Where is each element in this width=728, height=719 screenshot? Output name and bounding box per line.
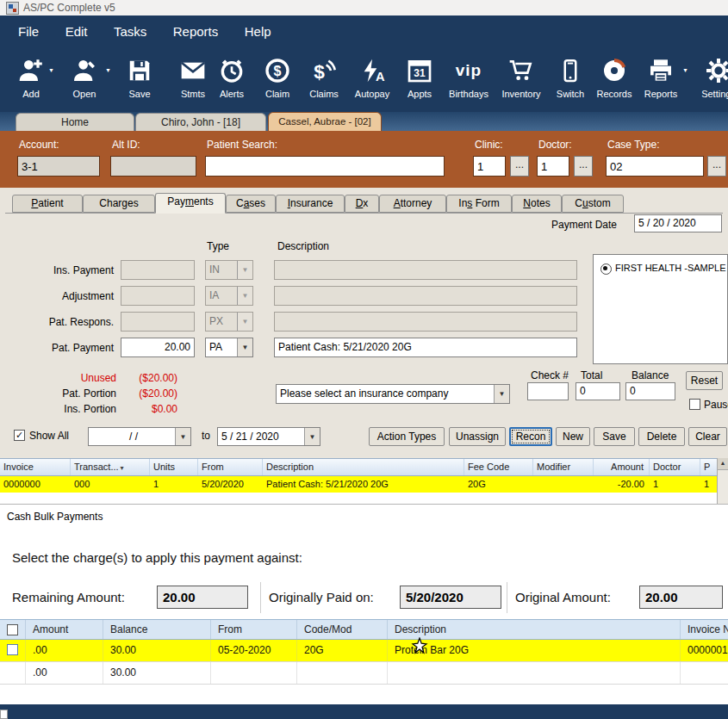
toolbar-button-switch[interactable]: Switch [551, 53, 589, 108]
charge-row[interactable]: .00 30.00 [0, 662, 728, 685]
pat-payment-description-input[interactable]: Patient Cash: 5/21/2020 20G [274, 338, 577, 357]
doctor-browse-button[interactable]: ... [574, 156, 593, 177]
insurance-company-select[interactable]: Please select an insurance company▼ [276, 384, 510, 404]
pat-payment-type-select[interactable]: PA▼ [205, 338, 253, 357]
tab-charges[interactable]: Charges [83, 195, 155, 213]
tab-dx[interactable]: Dx [345, 195, 379, 213]
cell-description: Protein Bar 20G [388, 640, 681, 661]
check-number-input[interactable] [527, 382, 569, 400]
tab-payments[interactable]: Payments [155, 193, 226, 214]
col-description[interactable]: Description [388, 620, 681, 639]
toolbar-button-appts[interactable]: 31 Appts [401, 53, 438, 108]
toolbar-button-add[interactable]: ▼ Add [14, 53, 48, 108]
doctor-input[interactable]: 1 [537, 156, 569, 177]
recon-button[interactable]: Recon [509, 427, 552, 446]
new-button[interactable]: New [556, 427, 590, 446]
reports-dropdown-arrow-icon[interactable]: ▼ [682, 67, 688, 73]
col-units[interactable]: Units [150, 459, 198, 475]
case-type-browse-button[interactable]: ... [707, 156, 726, 177]
balance-input[interactable]: 0 [625, 382, 675, 400]
tab-patient-chiro-john[interactable]: Chiro, John - [18] [135, 113, 266, 131]
add-dropdown-arrow-icon[interactable]: ▼ [48, 67, 54, 73]
insurance-radio[interactable] [600, 263, 612, 275]
menu-file[interactable]: File [7, 15, 50, 48]
open-dropdown-arrow-icon[interactable]: ▼ [105, 67, 111, 73]
clinic-browse-button[interactable]: ... [510, 156, 529, 177]
toolbar-button-settings[interactable]: Settings [694, 53, 728, 108]
autopay-lightning-icon: A [350, 53, 395, 88]
app-icon [6, 2, 19, 15]
col-balance[interactable]: Balance [103, 620, 211, 639]
tab-notes[interactable]: Notes [512, 195, 562, 213]
payment-date-input[interactable]: 5 / 20 / 2020 [634, 214, 722, 232]
bottom-bar [0, 704, 728, 719]
charge-row-checkbox[interactable] [7, 644, 18, 655]
col-from[interactable]: From [211, 620, 297, 639]
tab-home[interactable]: Home [16, 113, 134, 131]
tab-patient-cassel-aubrae[interactable]: Cassel, Aubrae - [02] [268, 112, 382, 131]
menu-edit[interactable]: Edit [54, 15, 99, 48]
patient-search-input[interactable] [205, 156, 445, 177]
col-description[interactable]: Description [263, 459, 464, 475]
col-from[interactable]: From [198, 459, 263, 475]
toolbar-button-save[interactable]: Save [121, 53, 159, 108]
originally-paid-on-label: Originally Paid on: [269, 590, 374, 604]
menu-reports[interactable]: Reports [162, 15, 230, 48]
cell-invoice: 0000000 [0, 476, 71, 493]
toolbar-label-reports: Reports [639, 89, 682, 99]
toolbar-button-open[interactable]: ▼ Open [64, 53, 105, 108]
col-amount[interactable]: Amount [594, 459, 650, 475]
unassign-button[interactable]: Unassign [449, 427, 506, 446]
tab-patient[interactable]: Patient [12, 195, 83, 213]
toolbar-button-birthdays[interactable]: vip Birthdays [443, 53, 495, 108]
tab-insurance[interactable]: Insurance [276, 195, 345, 213]
col-code-mod[interactable]: Code/Mod [297, 620, 388, 639]
col-transact[interactable]: Transact...▾ [71, 459, 150, 475]
case-type-input[interactable]: 02 [606, 156, 704, 177]
original-amount-value: 20.00 [639, 586, 723, 609]
col-invoice-number[interactable]: Invoice Number [681, 620, 728, 639]
transaction-row-selected[interactable]: 0000000 000 1 5/20/2020 Patient Cash: 5/… [0, 476, 728, 493]
col-invoice[interactable]: Invoice [0, 459, 71, 475]
menu-tasks[interactable]: Tasks [103, 15, 158, 48]
charge-row-selected[interactable]: .00 30.00 05-20-2020 20G Protein Bar 20G… [0, 640, 728, 662]
star-cursor-icon [411, 637, 428, 658]
toolbar-button-reports[interactable]: ▼ Reports [639, 53, 682, 108]
save-button[interactable]: Save [594, 427, 635, 446]
action-types-button[interactable]: Action Types [369, 427, 445, 446]
col-modifier[interactable]: Modifier [533, 459, 594, 475]
scroll-up-icon[interactable]: ▲ [718, 458, 728, 470]
select-all-checkbox[interactable] [7, 624, 18, 635]
toolbar-button-autopay[interactable]: A Autopay [350, 53, 395, 108]
chevron-down-icon: ▼ [237, 261, 252, 279]
date-to-select[interactable]: 5 / 21 / 2020▼ [217, 427, 320, 446]
tab-custom[interactable]: Custom [562, 195, 624, 213]
pat-payment-amount-input[interactable]: 20.00 [121, 338, 195, 357]
toolbar-button-stmts[interactable]: Stmts [172, 53, 214, 108]
clear-button[interactable]: Clear [688, 427, 727, 446]
toolbar-button-inventory[interactable]: Inventory [496, 53, 546, 108]
col-fee-code[interactable]: Fee Code [464, 459, 533, 475]
transactions-grid-scrollbar[interactable]: ▲ [717, 458, 728, 504]
total-input[interactable]: 0 [576, 382, 620, 400]
menu-help[interactable]: Help [233, 15, 283, 48]
toolbar-button-claim[interactable]: $ Claim [258, 53, 296, 108]
toolbar-button-claims[interactable]: $ Claims [303, 53, 345, 108]
tab-cases[interactable]: Cases [226, 195, 276, 213]
clinic-input[interactable]: 1 [473, 156, 506, 177]
tab-attorney[interactable]: Attorney [379, 195, 446, 213]
toolbar-button-records[interactable]: Records [593, 53, 636, 108]
date-from-select[interactable]: / /▼ [88, 427, 191, 446]
show-all-checkbox[interactable]: ✓ [14, 430, 25, 441]
col-amount[interactable]: Amount [26, 620, 103, 639]
chevron-down-icon: ▼ [237, 313, 252, 331]
svg-text:$: $ [314, 60, 325, 83]
select-all-column[interactable] [0, 620, 26, 639]
tab-ins-form[interactable]: Ins Form [446, 195, 512, 213]
cell-amount: .00 [26, 662, 103, 684]
delete-button[interactable]: Delete [638, 427, 685, 446]
col-doctor[interactable]: Doctor [650, 459, 700, 475]
pause-checkbox[interactable] [689, 399, 700, 410]
toolbar-button-alerts[interactable]: Alerts [212, 53, 252, 108]
reset-button[interactable]: Reset [686, 371, 723, 390]
